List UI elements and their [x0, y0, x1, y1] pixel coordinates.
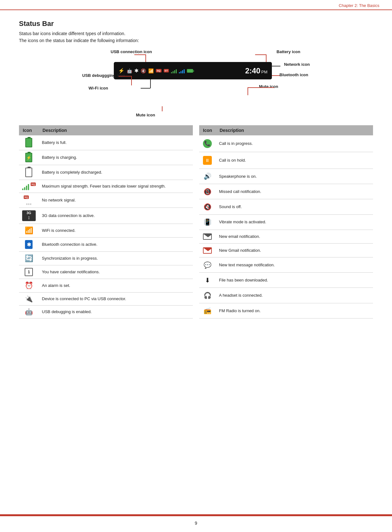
table-row: 📞 Call is in progress.	[199, 135, 373, 152]
icon-cell-call-hold: ⏸	[199, 152, 216, 169]
icon-cell-new-email	[199, 230, 216, 244]
icon-cell-wifi: 📶	[19, 224, 39, 238]
red-bottom-bar	[0, 514, 392, 516]
line-battery-h	[255, 54, 266, 55]
left-icon-table: Icon Description Battery is full.	[19, 125, 193, 319]
table-row: 📶 WiFi is connected.	[19, 224, 193, 238]
annotation-network: Bluetooth icon	[279, 72, 308, 77]
desc-cell-new-sms: New text message notification.	[216, 257, 373, 272]
section-title: Status Bar	[19, 20, 373, 28]
desc-cell-no-signal: No network signal.	[39, 193, 193, 208]
right-table-desc-header: Description	[216, 125, 373, 135]
right-table-icon-header: Icon	[199, 125, 216, 135]
line-debug-h	[119, 76, 132, 77]
table-row: SQ Maximum signal strength. Fewer bars i…	[19, 180, 193, 193]
desc-cell-usb-pc: Device is connected to PC via USB connec…	[39, 293, 193, 306]
annotation-battery: Battery icon	[277, 49, 300, 54]
annotation-usb-debug: USB debuggging icon	[82, 73, 125, 78]
line-wifi-v	[248, 87, 248, 95]
desc-cell-new-gmail: New Gmail notification.	[216, 244, 373, 257]
page-content: Status Bar Status bar icons indicate dif…	[0, 10, 392, 337]
table-row: SQ No network signal.	[19, 193, 193, 208]
table-row: ✱ Bluetooth connection is active.	[19, 238, 193, 252]
annotation-mute: Mute icon	[136, 113, 155, 117]
time-display: 2:40 PM	[245, 66, 267, 75]
desc-cell-3g: 3G data connection is active.	[39, 208, 193, 224]
icon-cell-usb-pc: 🔌	[19, 293, 39, 306]
icon-cell-sound-off: 🔇	[199, 199, 216, 214]
table-row: Battery is completely discharged.	[19, 165, 193, 180]
line-bluetooth-v	[150, 79, 151, 88]
debug-icon: 🤖	[127, 68, 132, 73]
line-time-h	[271, 66, 280, 66]
table-row: 🤖 USB debugging is enabled.	[19, 306, 193, 319]
desc-cell-missed-call: Missed call notification.	[216, 184, 373, 199]
icon-cell-vibrate: 📳	[199, 214, 216, 230]
chapter-title: Chapter 2: The Basics	[339, 3, 379, 8]
desc-cell-speakerphone: Speakerphone is on.	[216, 169, 373, 184]
annotation-usb-connection: USB connection icon	[111, 49, 152, 54]
battery-bar	[187, 69, 193, 73]
table-row: 🔊 Speakerphone is on.	[199, 169, 373, 184]
icon-tables-container: Icon Description Battery is full.	[19, 125, 373, 319]
line-debug-v	[131, 76, 132, 85]
icon-cell-battery-charging: ⚡	[19, 150, 39, 165]
line-wifi-h	[248, 87, 274, 88]
table-row: ⏸ Call is on hold.	[199, 152, 373, 169]
icon-cell-battery-empty	[19, 165, 39, 180]
desc-cell-battery-empty: Battery is completely discharged.	[39, 165, 193, 180]
table-row: New email notification.	[199, 230, 373, 244]
icon-cell-fm-radio: 📻	[199, 303, 216, 318]
icon-cell-alarm: ⏰	[19, 279, 39, 293]
section-desc2: The icons on the status bar indicate the…	[19, 38, 373, 43]
table-row: ⚡ Battery is charging.	[19, 150, 193, 165]
mute-icon-bar: 🔇	[141, 68, 146, 73]
status-bar-diagram: USB connection icon Battery icon ⚡ 🤖 ✱ 🔇	[82, 49, 310, 119]
line-bluetooth-h	[141, 88, 150, 89]
icon-cell-download: ⬇	[199, 273, 216, 288]
desc-cell-battery-charging: Battery is charging.	[39, 150, 193, 165]
line-usb-connection-h	[134, 54, 146, 55]
desc-cell-call-hold: Call is on hold.	[216, 152, 373, 169]
desc-cell-wifi: WiFi is connected.	[39, 224, 193, 238]
table-row: 🔌 Device is connected to PC via USB conn…	[19, 293, 193, 306]
table-row: 💬 New text message notification.	[199, 257, 373, 272]
icon-cell-no-signal: SQ	[19, 193, 39, 208]
table-row: 📳 Vibrate mode is activated.	[199, 214, 373, 230]
icon-cell-usb-debug: 🤖	[19, 306, 39, 319]
icon-cell-call-progress: 📞	[199, 135, 216, 152]
icon-cell-speakerphone: 🔊	[199, 169, 216, 184]
desc-cell-calendar: You have calendar notifications.	[39, 265, 193, 279]
right-icon-table: Icon Description 📞 Call is in progress. …	[199, 125, 373, 319]
desc-cell-fm-radio: FM Radio is turned on.	[216, 303, 373, 318]
desc-cell-sound-off: Sound is off.	[216, 199, 373, 214]
table-row: 📵 Missed call notification.	[199, 184, 373, 199]
annotation-wifi: Mute icon	[259, 84, 278, 89]
signal-bars-bar	[171, 68, 177, 73]
desc-cell-battery-full: Battery is full.	[39, 135, 193, 150]
line-mute-v	[162, 106, 162, 111]
desc-cell-sync: Synchronization is in progress.	[39, 252, 193, 265]
line-network-h	[272, 75, 280, 76]
icon-cell-new-sms: 💬	[199, 257, 216, 272]
annotation-current-time: Network icon	[284, 62, 310, 67]
left-table-desc-header: Description	[39, 125, 193, 135]
network-badge-bar: SQ	[156, 69, 162, 72]
table-row: Battery is full.	[19, 135, 193, 150]
desc-cell-vibrate: Vibrate mode is activated.	[216, 214, 373, 230]
icon-cell-3g: 3G↕	[19, 208, 39, 224]
desc-cell-new-email: New email notification.	[216, 230, 373, 244]
table-row: New Gmail notification.	[199, 244, 373, 257]
desc-cell-usb-debug: USB debugging is enabled.	[39, 306, 193, 319]
desc-cell-signal: Maximum signal strength. Fewer bars indi…	[39, 180, 193, 193]
icon-cell-new-gmail	[199, 244, 216, 257]
desc-cell-bluetooth: Bluetooth connection is active.	[39, 238, 193, 252]
table-row: 3G↕ 3G data connection is active.	[19, 208, 193, 224]
network-badge2-bar: ST	[164, 69, 169, 72]
icon-cell-battery-full	[19, 135, 39, 150]
section-desc1: Status bar icons indicate different type…	[19, 31, 373, 36]
table-row: 🔄 Synchronization is in progress.	[19, 252, 193, 265]
table-row: ⏰ An alarm is set.	[19, 279, 193, 293]
desc-cell-call-progress: Call is in progress.	[216, 135, 373, 152]
table-row: 🎧 A headset is connected.	[199, 288, 373, 303]
